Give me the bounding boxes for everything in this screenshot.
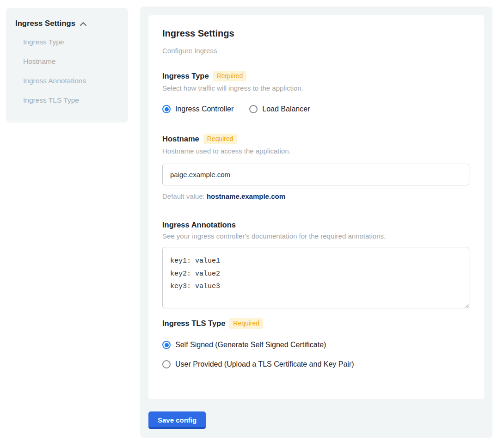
radio-user-provided[interactable]: User Provided (Upload a TLS Certificate … [162, 360, 469, 368]
ingress-tls-type-radio-group: Self Signed (Generate Self Signed Certif… [162, 341, 469, 368]
ingress-settings-panel: Ingress Settings Configure Ingress Ingre… [140, 6, 492, 438]
sidebar-item-ingress-type[interactable]: Ingress Type [23, 37, 119, 47]
required-badge: Required [213, 71, 247, 81]
radio-button-icon[interactable] [162, 360, 171, 368]
sidebar-section-title: Ingress Settings [15, 19, 75, 28]
radio-button-icon[interactable] [249, 105, 258, 113]
field-hostname: Hostname Required Hostname used to acces… [162, 134, 469, 200]
radio-label: Load Balancer [262, 105, 310, 113]
sidebar-nav: Ingress Type Hostname Ingress Annotation… [23, 37, 119, 105]
ingress-annotations-description: See your ingress controller's documentat… [162, 232, 469, 240]
radio-ingress-controller[interactable]: Ingress Controller [162, 105, 234, 113]
required-badge: Required [203, 134, 237, 144]
sidebar-section-ingress-settings[interactable]: Ingress Settings [15, 19, 119, 28]
required-badge: Required [229, 318, 263, 329]
default-value-label: Default value: [162, 192, 205, 200]
radio-load-balancer[interactable]: Load Balancer [249, 105, 310, 113]
radio-label: Self Signed (Generate Self Signed Certif… [175, 341, 326, 349]
save-config-button[interactable]: Save config [148, 411, 206, 429]
default-value-text: hostname.example.com [207, 192, 285, 200]
field-ingress-annotations: Ingress Annotations See your ingress con… [162, 221, 469, 308]
ingress-type-radio-group: Ingress Controller Load Balancer [162, 105, 469, 113]
sidebar-item-hostname[interactable]: Hostname [23, 56, 119, 67]
ingress-annotations-label: Ingress Annotations [162, 221, 236, 229]
radio-button-icon[interactable] [162, 105, 171, 113]
field-ingress-type: Ingress Type Required Select how traffic… [162, 71, 469, 113]
hostname-input[interactable] [162, 164, 469, 185]
page-subtitle: Configure Ingress [162, 47, 469, 55]
ingress-tls-type-label: Ingress TLS Type [162, 319, 225, 328]
radio-label: User Provided (Upload a TLS Certificate … [175, 360, 354, 368]
page-title: Ingress Settings [162, 28, 469, 39]
ingress-type-label: Ingress Type [162, 72, 209, 80]
field-ingress-tls-type: Ingress TLS Type Required Self Signed (G… [162, 318, 469, 368]
radio-self-signed[interactable]: Self Signed (Generate Self Signed Certif… [162, 341, 469, 349]
radio-button-icon[interactable] [162, 341, 171, 349]
ingress-annotations-textarea[interactable]: key1: value1 key2: value2 key3: value3 [162, 247, 469, 308]
chevron-up-icon [80, 20, 87, 28]
hostname-label: Hostname [162, 135, 199, 143]
sidebar-item-ingress-tls-type[interactable]: Ingress TLS Type [23, 95, 119, 105]
ingress-type-description: Select how traffic will ingress to the a… [162, 84, 469, 92]
ingress-settings-card: Ingress Settings Configure Ingress Ingre… [148, 15, 484, 399]
settings-sidebar: Ingress Settings Ingress Type Hostname I… [6, 8, 128, 123]
sidebar-item-ingress-annotations[interactable]: Ingress Annotations [23, 76, 119, 86]
hostname-default-line: Default value: hostname.example.com [162, 192, 469, 200]
hostname-description: Hostname used to access the application. [162, 147, 469, 155]
radio-label: Ingress Controller [175, 105, 234, 113]
